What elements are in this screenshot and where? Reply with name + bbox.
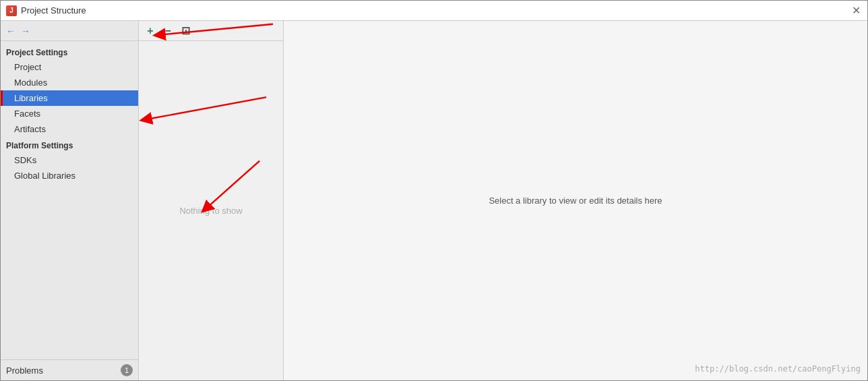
toolbar: + − ⊡ xyxy=(139,21,283,41)
watermark: http://blog.csdn.net/caoPengFlying xyxy=(695,364,861,374)
middle-panel: + − ⊡ Nothing to show xyxy=(139,21,284,380)
project-settings-header: Project Settings xyxy=(1,44,138,59)
back-arrow[interactable]: ← xyxy=(5,25,17,37)
middle-empty: Nothing to show xyxy=(139,41,283,380)
app-icon: J xyxy=(6,5,17,16)
title-bar: J Project Structure ✕ xyxy=(1,1,867,21)
copy-button[interactable]: ⊡ xyxy=(178,24,193,38)
project-structure-window: J Project Structure ✕ ← → Project Settin… xyxy=(0,0,868,381)
title-bar-left: J Project Structure xyxy=(6,5,86,16)
add-button[interactable]: + xyxy=(143,24,158,38)
right-content: Select a library to view or edit its det… xyxy=(284,21,867,380)
problems-label[interactable]: Problems xyxy=(6,365,43,376)
right-panel: Select a library to view or edit its det… xyxy=(284,21,867,380)
sidebar: ← → Project Settings Project Modules Lib… xyxy=(1,21,139,380)
forward-arrow[interactable]: → xyxy=(20,25,32,37)
sidebar-item-global-libraries[interactable]: Global Libraries xyxy=(1,168,138,183)
sidebar-nav: ← → xyxy=(1,21,138,41)
remove-button[interactable]: − xyxy=(160,24,175,38)
sidebar-item-modules[interactable]: Modules xyxy=(1,75,138,90)
close-button[interactable]: ✕ xyxy=(850,5,862,17)
sidebar-item-artifacts[interactable]: Artifacts xyxy=(1,121,138,137)
sidebar-item-project[interactable]: Project xyxy=(1,59,138,75)
select-hint: Select a library to view or edit its det… xyxy=(489,196,662,206)
sidebar-bottom: Problems 1 xyxy=(1,359,138,380)
sidebar-item-libraries[interactable]: Libraries xyxy=(1,90,138,106)
main-content: ← → Project Settings Project Modules Lib… xyxy=(1,21,867,380)
sidebar-items: Project Settings Project Modules Librari… xyxy=(1,41,138,359)
sidebar-item-sdks[interactable]: SDKs xyxy=(1,152,138,168)
window-title: Project Structure xyxy=(21,5,86,16)
sidebar-item-facets[interactable]: Facets xyxy=(1,106,138,121)
problems-badge: 1 xyxy=(121,364,133,376)
platform-settings-header: Platform Settings xyxy=(1,137,138,152)
